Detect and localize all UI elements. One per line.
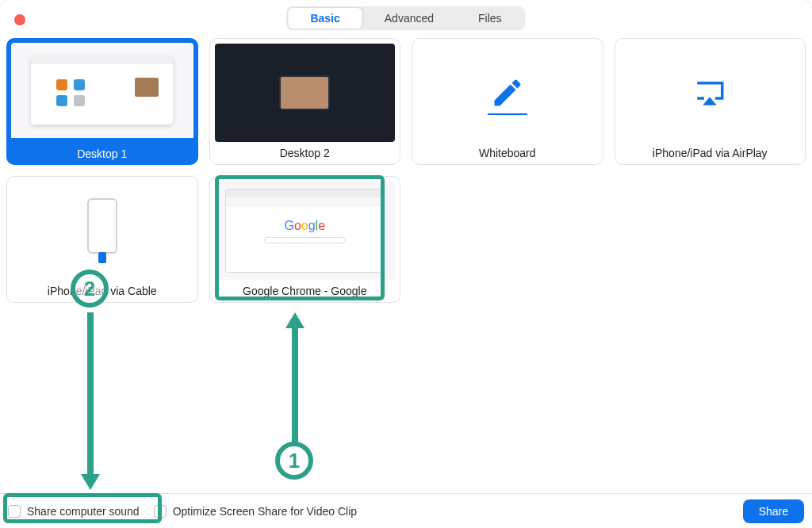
thumb-airplay [620,44,801,142]
phone-icon [87,198,117,254]
checkbox-optimize-label: Optimize Screen Share for Video Clip [173,505,357,518]
share-options-grid: Desktop 1 Desktop 2 Whiteboard [6,38,806,303]
google-logo: Google [284,219,325,233]
caption-cable: iPhone/iPad via Cable [12,280,193,297]
caption-chrome: Google Chrome - Google [215,280,396,297]
checkbox-share-sound-label: Share computer sound [27,505,140,518]
caption-whiteboard: Whiteboard [417,142,598,159]
caption-airplay: iPhone/iPad via AirPlay [620,142,801,159]
bottom-bar: Share computer sound Optimize Screen Sha… [0,493,812,528]
airplay-icon [693,76,726,109]
checkbox-box [154,505,167,518]
thumb-chrome: Google [215,182,396,280]
caption-desktop1: Desktop 1 [6,143,198,165]
tab-files[interactable]: Files [456,8,524,29]
mode-tabs: Basic Advanced Files [286,6,525,30]
tab-advanced[interactable]: Advanced [362,8,456,29]
tile-desktop1[interactable]: Desktop 1 [6,38,198,165]
tab-basic[interactable]: Basic [288,8,362,29]
tile-desktop2[interactable]: Desktop 2 [209,38,401,165]
share-button[interactable]: Share [743,499,804,523]
thumb-desktop2 [215,44,396,142]
tile-whiteboard[interactable]: Whiteboard [412,38,603,165]
tile-airplay[interactable]: iPhone/iPad via AirPlay [615,38,806,165]
share-screen-window: Basic Advanced Files Desktop 1 Desktop 2 [0,0,812,528]
thumb-desktop1 [6,38,198,143]
thumb-cable [12,182,193,280]
close-window-button[interactable] [14,14,25,25]
tile-chrome[interactable]: Google Google Chrome - Google [209,176,401,303]
pencil-icon [490,75,525,110]
thumb-whiteboard [417,44,598,142]
checkbox-box [8,505,21,518]
caption-desktop2: Desktop 2 [215,142,396,159]
checkbox-share-sound[interactable]: Share computer sound [8,505,140,518]
tile-cable[interactable]: iPhone/iPad via Cable [6,176,198,303]
checkbox-optimize-video[interactable]: Optimize Screen Share for Video Clip [154,505,357,518]
cable-plug-icon [98,252,106,263]
